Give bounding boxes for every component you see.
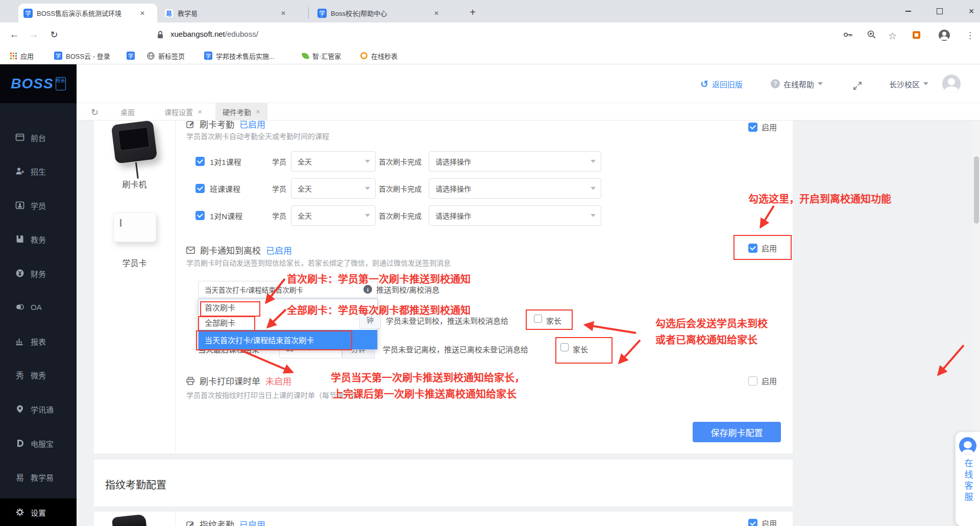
action-select[interactable]: 请选择操作 — [429, 205, 601, 226]
scope-select[interactable]: 全天 — [291, 178, 376, 199]
bookmark-newtab[interactable]: 新标签页 — [147, 50, 185, 62]
window-minimize-button[interactable] — [901, 5, 915, 17]
print-enable-toggle[interactable]: 启用 — [748, 375, 777, 386]
window-close-button[interactable] — [965, 5, 978, 17]
chevron-down-icon — [818, 82, 823, 85]
swipe-enable-toggle[interactable]: 启用 — [748, 122, 777, 132]
undo-icon — [700, 78, 708, 90]
bookmark-apps[interactable]: 应用 — [10, 50, 34, 62]
browser-tab-help[interactable]: 学 Boss校长|帮助中心 — [312, 4, 458, 22]
section-title: 刷卡打印课时单 — [200, 374, 260, 387]
panel-divider — [175, 121, 176, 453]
bookmark-xuebang-tech[interactable]: 学 学邦技术售后实施... — [204, 50, 275, 62]
bookmark-label: BOSS云 - 登录 — [66, 51, 110, 61]
reload-icon[interactable] — [48, 29, 60, 41]
sidebar-item-label: 报表 — [31, 336, 46, 347]
browser-tab-title: BOSS售后演示系统测试环境 — [37, 8, 134, 18]
boss-logo-text: BOSS — [11, 76, 53, 92]
action-select[interactable]: 请选择操作 — [429, 178, 601, 199]
support-label: 在线客服 — [962, 459, 974, 504]
checked-checkbox[interactable] — [195, 157, 205, 166]
workspace-tab-course-settings[interactable]: 课程设置 — [157, 103, 209, 121]
apps-grid-icon — [10, 53, 17, 59]
status-badge: 已启用 — [266, 244, 292, 256]
tab-close-icon[interactable] — [256, 109, 260, 115]
zoom-icon[interactable] — [867, 30, 876, 39]
save-swipe-config-button[interactable]: 保存刷卡配置 — [693, 422, 781, 442]
sidebar-item-settings[interactable]: 设置 — [0, 498, 77, 526]
fingerprint-enable-toggle[interactable]: 启用 — [748, 518, 777, 526]
course-label: 1对1课程 — [210, 156, 267, 167]
xuebang-favicon: 学 — [204, 52, 212, 60]
chevron-down-icon — [591, 214, 596, 217]
arrow-right-edge — [938, 345, 964, 375]
window-maximize-button[interactable] — [933, 5, 946, 17]
scope-value: 全天 — [298, 210, 312, 221]
bookmark-stopwatch[interactable]: 在线秒表 — [360, 50, 398, 62]
sidebar-item-frontdesk[interactable]: 前台 — [0, 130, 77, 145]
checked-checkbox[interactable] — [748, 123, 757, 132]
workspace-tab-label: 桌面 — [120, 107, 135, 117]
browser-tab-boss[interactable]: 学 BOSS售后演示系统测试环境 — [18, 4, 157, 22]
checked-checkbox[interactable] — [195, 184, 205, 193]
sidebar-item-xuexuntong[interactable]: 学讯通 — [0, 401, 77, 417]
sidebar-item-finance[interactable]: 财务 — [0, 266, 77, 281]
workspace-refresh-icon[interactable] — [91, 107, 99, 118]
forward-icon[interactable] — [28, 29, 40, 41]
browser-tab-jiaoxueyi[interactable]: 易 教学易 — [159, 4, 305, 22]
card-reader-wire — [135, 162, 139, 179]
action-select[interactable]: 请选择操作 — [429, 151, 601, 172]
password-key-icon[interactable] — [843, 30, 853, 39]
back-icon[interactable] — [8, 29, 20, 41]
xiu-glyph-icon: 秀 — [15, 369, 24, 381]
browser-menu-icon[interactable] — [966, 30, 974, 41]
fullscreen-expand-icon[interactable] — [852, 81, 863, 91]
online-support-widget[interactable]: 在线客服 — [955, 432, 980, 526]
student-card-image — [113, 212, 156, 242]
card-reader-image — [111, 121, 158, 164]
bookmark-bosscloud[interactable]: 学 BOSS云 - 登录 — [54, 50, 110, 62]
book-icon — [15, 234, 24, 244]
tab-close-icon[interactable] — [138, 9, 147, 18]
campus-selector[interactable]: 长沙校区 — [889, 77, 928, 91]
sidebar-item-jiaoxueyi[interactable]: 易 教学易 — [0, 469, 77, 485]
sidebar-item-oa[interactable]: OA — [0, 299, 77, 315]
sidebar-item-label: 设置 — [31, 507, 46, 518]
annotation-all-swipe-tip: 全部刷卡：学员每次刷卡都推送到校通知 — [287, 302, 471, 317]
sidebar-item-dianfubao[interactable]: 电服宝 — [0, 436, 77, 451]
highlight-box-selected-option — [196, 330, 352, 350]
url-domain: xuebangsoft.net — [170, 30, 225, 38]
url-input[interactable]: xuebangsoft.net/eduboss/ — [170, 30, 258, 38]
yen-circle-icon — [15, 269, 24, 278]
user-avatar[interactable] — [942, 75, 961, 93]
profile-avatar-icon[interactable] — [938, 29, 950, 41]
sidebar-item-reports[interactable]: 报表 — [0, 333, 77, 349]
scrollbar-thumb[interactable] — [974, 156, 979, 224]
bookmark-icon-only[interactable]: 学 — [127, 50, 138, 62]
extension-icon[interactable] — [913, 31, 920, 39]
workspace-tab-hardware-attendance[interactable]: 硬件考勤 — [215, 103, 267, 121]
sidebar-item-weixiu[interactable]: 秀 微秀 — [0, 367, 77, 382]
unchecked-checkbox[interactable] — [748, 376, 757, 386]
bookmark-zhihui[interactable]: 智·汇管家 — [302, 50, 341, 62]
tab-close-icon[interactable] — [279, 9, 288, 18]
tab-close-icon[interactable] — [198, 109, 202, 115]
campus-label: 长沙校区 — [889, 79, 920, 89]
back-to-old-version-button[interactable]: 返回旧版 — [700, 77, 743, 91]
tab-close-icon[interactable] — [432, 9, 441, 18]
scope-select[interactable]: 全天 — [291, 151, 376, 172]
workspace-tab-desktop[interactable]: 桌面 — [113, 103, 142, 121]
student-label: 学员 — [272, 183, 286, 194]
sidebar: BOSS 校长 前台 招生 学员 教务 财务 OA 报表 秀 微秀 学讯通 电服… — [0, 64, 77, 526]
online-help-button[interactable]: ? 在线帮助 — [771, 77, 823, 91]
bookmark-star-icon[interactable] — [888, 30, 897, 42]
sidebar-item-students[interactable]: 学员 — [0, 198, 77, 213]
checked-checkbox[interactable] — [748, 519, 757, 526]
sidebar-item-enrollment[interactable]: 招生 — [0, 163, 77, 179]
printer-icon — [186, 377, 194, 385]
checked-checkbox[interactable] — [195, 211, 205, 220]
card-reader-body — [111, 121, 158, 164]
sidebar-item-academics[interactable]: 教务 — [0, 231, 77, 247]
new-tab-button[interactable] — [465, 5, 480, 19]
scope-select[interactable]: 全天 — [291, 205, 376, 226]
